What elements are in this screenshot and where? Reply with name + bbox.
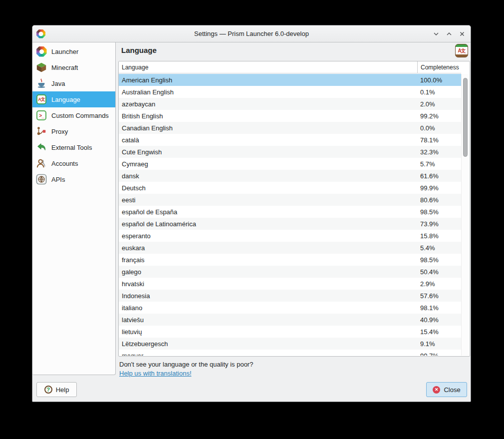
sidebar-item-apis[interactable]: APIs <box>32 171 115 187</box>
translate-icon: A文 <box>455 44 468 57</box>
page-title: Language <box>121 46 157 54</box>
chevron-down-icon <box>433 31 439 37</box>
table-row[interactable]: Lëtzebuergesch9.1% <box>119 338 461 350</box>
sidebar-item-label: Minecraft <box>51 64 78 71</box>
accounts-person-icon <box>36 158 47 169</box>
sidebar-item-label: External Tools <box>51 144 92 151</box>
sidebar-item-label: Language <box>51 96 80 103</box>
column-header-completeness[interactable]: Completeness <box>417 61 461 73</box>
table-row[interactable]: azərbaycan2.0% <box>119 98 461 110</box>
table-row[interactable]: Deutsch99.9% <box>119 182 461 194</box>
sidebar-item-external-tools[interactable]: External Tools <box>32 139 115 155</box>
table-row[interactable]: français98.5% <box>119 254 461 266</box>
language-cell: galego <box>119 268 417 276</box>
table-row[interactable]: euskara5.4% <box>119 242 461 254</box>
help-button[interactable]: ? Help <box>36 382 77 397</box>
table-body: American English100.0%Australian English… <box>119 74 461 356</box>
table-row[interactable]: esperanto15.8% <box>119 230 461 242</box>
language-cell: azərbaycan <box>119 100 417 108</box>
sidebar-item-custom-commands[interactable]: >_Custom Commands <box>32 107 115 123</box>
window-shade-button[interactable] <box>432 29 441 38</box>
table-row[interactable]: español de Latinoamérica73.9% <box>119 218 461 230</box>
sidebar-item-proxy[interactable]: Proxy <box>32 123 115 139</box>
table-row[interactable]: Canadian English0.0% <box>119 122 461 134</box>
completeness-cell: 99.2% <box>417 112 461 120</box>
language-cell: magyar <box>119 352 417 356</box>
titlebar[interactable]: Settings — Prism Launcher 6.0-develop <box>32 25 471 42</box>
completeness-cell: 99.7% <box>417 352 461 356</box>
table-row[interactable]: lietuvių15.4% <box>119 326 461 338</box>
proxy-network-icon <box>36 126 47 137</box>
external-arrow-icon <box>36 142 47 153</box>
sidebar-item-label: Custom Commands <box>51 112 109 119</box>
completeness-cell: 98.5% <box>417 256 461 264</box>
sidebar-item-label: Proxy <box>51 128 68 135</box>
sidebar-item-java[interactable]: Java <box>32 75 115 91</box>
language-cell: català <box>119 136 417 144</box>
sidebar-item-language[interactable]: A文Language <box>32 91 115 107</box>
sidebar-item-label: Accounts <box>51 160 78 167</box>
language-settings-page: Language A文 Language Completeness Americ… <box>118 42 471 402</box>
completeness-cell: 98.1% <box>417 304 461 312</box>
close-button[interactable]: ✕ Close <box>426 382 467 397</box>
table-row[interactable]: català78.1% <box>119 134 461 146</box>
language-cell: Deutsch <box>119 184 417 192</box>
language-cell: español de Latinoamérica <box>119 220 417 228</box>
sidebar-item-accounts[interactable]: Accounts <box>32 155 115 171</box>
translations-link[interactable]: Help us with translations! <box>119 370 192 377</box>
table-footer: Don't see your language or the quality i… <box>119 360 253 378</box>
chevron-up-icon <box>446 31 452 37</box>
sidebar-item-minecraft[interactable]: Minecraft <box>32 59 115 75</box>
language-cell: lietuvių <box>119 328 417 336</box>
language-cell: français <box>119 256 417 264</box>
terminal-icon: >_ <box>36 110 47 121</box>
language-cell: euskara <box>119 244 417 252</box>
language-table: Language Completeness American English10… <box>118 61 470 357</box>
completeness-cell: 40.9% <box>417 316 461 324</box>
sidebar-item-launcher[interactable]: Launcher <box>32 43 115 59</box>
column-header-language[interactable]: Language <box>119 64 417 71</box>
table-row[interactable]: hrvatski2.9% <box>119 278 461 290</box>
table-row[interactable]: eesti80.6% <box>119 194 461 206</box>
completeness-cell: 15.4% <box>417 328 461 336</box>
language-cell: Cute Engwish <box>119 148 417 156</box>
scrollbar-thumb[interactable] <box>463 78 468 157</box>
language-cell: British English <box>119 112 417 120</box>
completeness-cell: 15.8% <box>417 232 461 240</box>
table-row[interactable]: italiano98.1% <box>119 302 461 314</box>
completeness-cell: 50.4% <box>417 268 461 276</box>
table-row[interactable]: galego50.4% <box>119 266 461 278</box>
completeness-cell: 99.9% <box>417 184 461 192</box>
completeness-cell: 78.1% <box>417 136 461 144</box>
table-row[interactable]: Cymraeg5.7% <box>119 158 461 170</box>
minecraft-block-icon <box>36 62 47 73</box>
table-row[interactable]: Cute Engwish32.3% <box>119 146 461 158</box>
table-header[interactable]: Language Completeness <box>119 61 461 73</box>
completeness-cell: 61.6% <box>417 172 461 180</box>
table-scrollbar[interactable] <box>461 74 469 356</box>
window-title: Settings — Prism Launcher 6.0-develop <box>32 30 471 37</box>
window-controls <box>432 29 467 38</box>
question-mark-icon: ? <box>44 386 52 394</box>
completeness-cell: 57.6% <box>417 292 461 300</box>
apis-globe-icon <box>36 174 47 185</box>
close-icon <box>459 31 465 37</box>
help-button-label: Help <box>56 386 69 394</box>
language-cell: Canadian English <box>119 124 417 132</box>
window-close-button[interactable] <box>458 29 467 38</box>
java-cup-icon <box>36 78 47 89</box>
language-cell: italiano <box>119 304 417 312</box>
table-row[interactable]: American English100.0% <box>119 74 461 86</box>
table-row[interactable]: dansk61.6% <box>119 170 461 182</box>
window-maximize-button[interactable] <box>445 29 454 38</box>
table-row[interactable]: español de España98.5% <box>119 206 461 218</box>
completeness-cell: 5.7% <box>417 160 461 168</box>
table-row[interactable]: magyar99.7% <box>119 350 461 356</box>
table-row[interactable]: latviešu40.9% <box>119 314 461 326</box>
completeness-cell: 80.6% <box>417 196 461 204</box>
table-row[interactable]: Indonesia57.6% <box>119 290 461 302</box>
table-row[interactable]: Australian English0.1% <box>119 86 461 98</box>
completeness-cell: 0.0% <box>417 124 461 132</box>
language-cell: latviešu <box>119 316 417 324</box>
table-row[interactable]: British English99.2% <box>119 110 461 122</box>
